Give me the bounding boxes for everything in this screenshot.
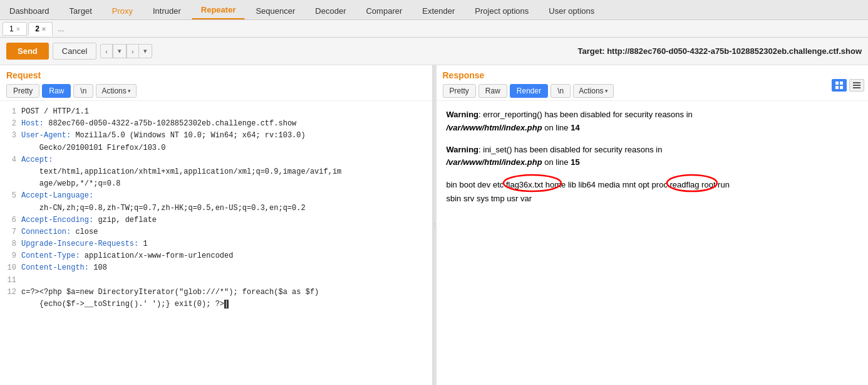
nav-extender[interactable]: Extender (413, 2, 464, 19)
request-title: Request (6, 70, 426, 80)
line-1: 1 POST / HTTP/1.1 (6, 106, 426, 118)
line-3: 3 User-Agent: Mozilla/5.0 (Windows NT 10… (6, 130, 426, 154)
file-list-line: bin boot dev etc flag36x.txt home lib li… (447, 178, 859, 206)
warning-1-label: Warning (447, 110, 479, 119)
tab-1-close[interactable]: × (16, 25, 20, 33)
request-header: Request Pretty Raw \n Actions ▾ (0, 65, 432, 101)
warning-2-path: /var/www/html/index.php (447, 157, 542, 167)
readflag-highlight: readflag (670, 178, 700, 192)
tab-2-label: 2 (35, 24, 39, 33)
response-buttons: Pretty Raw Render \n Actions ▾ (443, 84, 862, 98)
tab-more[interactable]: ... (54, 23, 68, 35)
response-render-button[interactable]: Render (510, 84, 548, 98)
response-pretty-button[interactable]: Pretty (443, 84, 476, 98)
response-actions-label: Actions (579, 87, 603, 95)
warning-1-linenum: 14 (571, 123, 579, 132)
response-newline-button[interactable]: \n (550, 84, 571, 98)
line-4: 4 Accept: text/html,application/xhtml+xm… (6, 154, 426, 191)
warning-1-text: : error_reporting() has been disabled fo… (478, 110, 693, 119)
warning-1: Warning: error_reporting() has been disa… (447, 108, 859, 135)
nav-repeater[interactable]: Repeater (192, 1, 245, 19)
line-12: 12 c=?><?php $a=new DirectoryIterator("g… (6, 287, 426, 310)
tab-2-close[interactable]: × (42, 25, 46, 33)
nav-sequencer[interactable]: Sequencer (246, 2, 304, 19)
nav-proxy[interactable]: Proxy (103, 2, 142, 19)
response-header: Response Pretty Raw Render \n Actions ▾ (437, 65, 869, 101)
line-2: 2 Host: 882ec760-d050-4322-a75b-10288523… (6, 118, 426, 130)
line-6: 6 Accept-Encoding: gzip, deflate (6, 214, 426, 226)
request-actions-button[interactable]: Actions ▾ (96, 84, 136, 98)
nav-project-options[interactable]: Project options (465, 2, 538, 19)
nav-dashboard[interactable]: Dashboard (0, 2, 59, 19)
tab-1-label: 1 (9, 24, 14, 33)
flag-circle-annotation (501, 173, 564, 193)
request-content[interactable]: 1 POST / HTTP/1.1 2 Host: 882ec760-d050-… (0, 101, 432, 385)
warning-2: Warning: ini_set() has been disabled for… (447, 144, 859, 170)
request-buttons: Pretty Raw \n Actions ▾ (6, 84, 426, 98)
list-view-icon[interactable] (849, 79, 864, 92)
line-10: 10 Content-Length: 108 (6, 262, 426, 274)
forward-button[interactable]: › (127, 44, 139, 58)
back-button[interactable]: ‹ (100, 44, 113, 58)
response-title: Response (443, 70, 862, 80)
warning-2-label: Warning (447, 145, 479, 154)
tab-bar: 1 × 2 × ... (0, 20, 868, 38)
line-9: 9 Content-Type: application/x-www-form-u… (6, 250, 426, 262)
request-pretty-button[interactable]: Pretty (6, 84, 39, 98)
back-dropdown[interactable]: ▾ (113, 44, 127, 58)
toolbar: Send Cancel ‹ ▾ › ▾ Target: http://882ec… (0, 38, 868, 65)
response-actions-arrow: ▾ (605, 88, 608, 94)
response-panel: Response Pretty Raw Render \n Actions ▾ … (437, 65, 869, 385)
nav-intruder[interactable]: Intruder (143, 2, 190, 19)
request-actions-label: Actions (101, 87, 126, 95)
request-actions-arrow: ▾ (128, 88, 131, 94)
response-raw-button[interactable]: Raw (478, 84, 507, 98)
nav-decoder[interactable]: Decoder (306, 2, 355, 19)
nav-target[interactable]: Target (60, 2, 101, 19)
warning-2-text: : ini_set() has been disabled for securi… (478, 145, 662, 154)
line-5: 5 Accept-Language: zh-CN,zh;q=0.8,zh-TW;… (6, 190, 426, 214)
warning-2-linenum: 15 (571, 157, 579, 167)
response-actions-button[interactable]: Actions ▾ (573, 84, 613, 98)
warning-1-path: /var/www/html/index.php (447, 123, 542, 132)
line-8: 8 Upgrade-Insecure-Requests: 1 (6, 238, 426, 250)
svg-point-0 (504, 175, 561, 191)
target-info: Target: http://882ec760-d050-4322-a75b-1… (577, 46, 862, 56)
svg-point-1 (667, 175, 717, 191)
request-panel: Request Pretty Raw \n Actions ▾ 1 POST /… (0, 65, 433, 385)
split-view-icon[interactable] (832, 79, 847, 92)
cancel-button[interactable]: Cancel (53, 43, 96, 60)
nav-comparer[interactable]: Comparer (356, 2, 411, 19)
send-button[interactable]: Send (6, 43, 49, 60)
history-nav: ‹ ▾ › ▾ (100, 44, 152, 58)
flag-file-highlight: flag36x.txt (506, 178, 543, 192)
top-nav: Dashboard Target Proxy Intruder Repeater… (0, 0, 868, 20)
tab-1[interactable]: 1 × (3, 22, 27, 36)
line-11: 11 (6, 275, 426, 287)
readflag-circle-annotation (665, 173, 721, 193)
view-toggle (832, 79, 864, 92)
forward-dropdown[interactable]: ▾ (139, 44, 152, 58)
tab-2[interactable]: 2 × (28, 22, 53, 36)
warning-1-line: on line (542, 123, 571, 132)
nav-user-options[interactable]: User options (539, 2, 604, 19)
line-7: 7 Connection: close (6, 226, 426, 238)
response-content: Warning: error_reporting() has been disa… (437, 101, 869, 385)
warning-2-line: on line (542, 157, 571, 167)
request-raw-button[interactable]: Raw (42, 84, 71, 98)
main-panels: Request Pretty Raw \n Actions ▾ 1 POST /… (0, 65, 868, 385)
request-newline-button[interactable]: \n (73, 84, 93, 98)
